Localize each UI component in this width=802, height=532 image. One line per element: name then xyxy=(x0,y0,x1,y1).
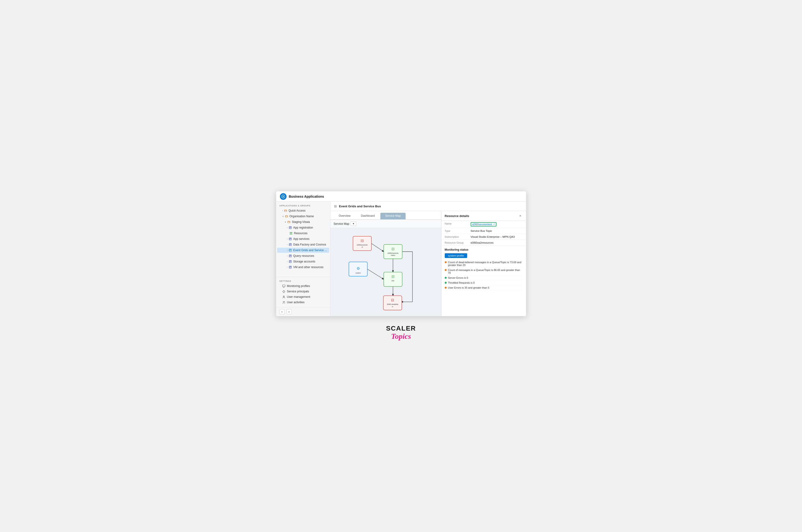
app-icon xyxy=(289,249,292,252)
svg-text:test: test xyxy=(391,280,394,282)
collapse-right-btn[interactable]: » xyxy=(287,309,292,314)
watermark-scaler: SCALER xyxy=(386,325,416,332)
field-value-subscription: Visual Studio Enterprise – MPN QA3 xyxy=(468,234,526,240)
content-title: Event Grids and Service Bus xyxy=(339,205,381,208)
sidebar-item-label: Query resources xyxy=(293,254,314,258)
svg-text:⊟: ⊟ xyxy=(391,247,394,251)
chevron-icon: ∨ xyxy=(285,221,286,223)
sidebar-item-label: App services xyxy=(293,237,310,241)
sidebar-item-data-factory[interactable]: › Data Factory and Cosmos xyxy=(277,242,329,247)
system-profile-tab[interactable]: system profile xyxy=(445,253,468,258)
resource-field-resourcegroup: Resource Group sl360oa2resources xyxy=(441,240,526,246)
content-and-panel: ⊟ Event Grids and Service Bus Overview D… xyxy=(330,202,526,316)
watermark: SCALER Topics xyxy=(386,325,416,340)
folder-icon xyxy=(287,220,291,224)
svg-rect-7 xyxy=(290,232,291,233)
app-title: Business Applications xyxy=(289,195,324,198)
sidebar-item-event-grids[interactable]: › Event Grids and Service ... xyxy=(277,248,329,253)
alert-dot-orange xyxy=(445,287,446,289)
sidebar-item-vm-resources[interactable]: › VM and other resources xyxy=(277,265,329,270)
sidebar-item-label: Storage accounts xyxy=(293,260,315,263)
sidebar-item-quick-access[interactable]: › Quick Access xyxy=(277,208,329,213)
person-icon xyxy=(282,295,286,299)
app-icon xyxy=(289,260,292,263)
chevron-icon: › xyxy=(287,249,288,251)
field-value-type: Service Bus Topic xyxy=(468,228,526,234)
svg-rect-14 xyxy=(289,243,291,246)
sidebar-item-user-management[interactable]: User management xyxy=(277,294,329,300)
svg-rect-29 xyxy=(282,285,285,287)
svg-rect-4 xyxy=(289,226,291,229)
svg-rect-9 xyxy=(290,233,291,234)
sidebar-item-app-services[interactable]: › App services xyxy=(277,236,329,242)
resource-panel-close-btn[interactable]: × xyxy=(518,213,523,218)
field-value-name: sl360sessiontest ↗ xyxy=(468,221,526,228)
svg-text:mains: mains xyxy=(391,255,395,256)
svg-text:⊟: ⊟ xyxy=(361,239,364,243)
alert-dot-green xyxy=(445,282,446,284)
sidebar-item-label: Staging-Viswa xyxy=(292,220,310,224)
collapse-left-btn[interactable]: « xyxy=(279,309,285,314)
sidebar-item-storage-accounts[interactable]: › Storage accounts xyxy=(277,259,329,264)
toolbar-label: Service Map xyxy=(334,222,349,226)
svg-text:⊟: ⊟ xyxy=(391,298,394,302)
app-icon xyxy=(289,254,292,258)
tab-dashboard[interactable]: Dashboard xyxy=(356,213,380,220)
svg-rect-18 xyxy=(290,249,291,250)
sidebar-item-org[interactable]: ∨ Organisation Name xyxy=(277,214,329,219)
svg-text:st: st xyxy=(362,246,363,248)
field-value-resourcegroup: sl360oa2resources xyxy=(468,240,526,246)
sidebar-bottom-controls: « » xyxy=(276,307,330,316)
app-logo xyxy=(280,193,287,200)
sidebar-item-label: Service principals xyxy=(287,290,309,293)
map-area: Overview Dashboard Service Map Service M… xyxy=(330,211,441,316)
external-link-icon: ↗ xyxy=(493,223,495,226)
svg-rect-25 xyxy=(290,262,291,262)
main-layout: APPLICATIONS & GROUPS › Quick Access ∨ O… xyxy=(276,202,526,316)
svg-text:Sl360-deadlette: Sl360-deadlette xyxy=(387,304,398,305)
sidebar-item-user-activities[interactable]: User activities xyxy=(277,300,329,305)
settings-label: SETTINGS xyxy=(276,279,330,283)
svg-text:⚙: ⚙ xyxy=(356,266,360,270)
toolbar-dropdown[interactable]: ▾ xyxy=(351,222,356,226)
svg-rect-16 xyxy=(290,245,291,245)
sidebar-item-label: User management xyxy=(287,295,310,299)
tab-service-map[interactable]: Service Map xyxy=(380,213,406,220)
resource-field-name: Name sl360sessiontest ↗ xyxy=(441,221,526,228)
svg-rect-5 xyxy=(290,227,291,227)
svg-rect-48 xyxy=(384,272,402,286)
monitoring-status-title: Monitoring status xyxy=(445,248,523,251)
folder-icon xyxy=(284,209,287,212)
sidebar-item-app-registration[interactable]: › App registration xyxy=(277,225,329,230)
svg-line-34 xyxy=(367,269,384,279)
sidebar: APPLICATIONS & GROUPS › Quick Access ∨ O… xyxy=(276,202,330,316)
svg-rect-26 xyxy=(289,266,291,268)
app-icon xyxy=(289,243,292,246)
field-key-type: Type xyxy=(441,228,468,234)
content-header-icon: ⊟ xyxy=(334,205,337,208)
svg-rect-1 xyxy=(285,210,287,212)
people-icon xyxy=(282,301,286,304)
field-key-subscription: Subscription xyxy=(441,234,468,240)
svg-rect-3 xyxy=(288,221,290,223)
sidebar-item-query-resources[interactable]: › Query resources xyxy=(277,253,329,259)
content-header: ⊟ Event Grids and Service Bus xyxy=(330,202,526,211)
service-map-canvas[interactable]: ⊟ sl360sessionte st ⊟ sl360check1do main… xyxy=(330,228,441,316)
resource-name-link[interactable]: sl360sessiontest ↗ xyxy=(471,222,496,226)
svg-rect-10 xyxy=(291,233,292,234)
main-content: Overview Dashboard Service Map Service M… xyxy=(330,211,526,316)
tabs-bar: Overview Dashboard Service Map xyxy=(330,211,441,220)
resource-details-table: Name sl360sessiontest ↗ Type Service Bus… xyxy=(441,221,526,246)
sidebar-item-resources[interactable]: Resources xyxy=(277,231,329,236)
svg-rect-41 xyxy=(384,245,402,259)
field-key-name: Name xyxy=(441,221,468,228)
svg-text:sl360check1do: sl360check1do xyxy=(387,252,398,254)
sidebar-item-staging[interactable]: ∨ Staging-Viswa xyxy=(277,220,329,225)
alert-item-1: Count of dead-lettered messages in a Que… xyxy=(445,260,523,268)
sidebar-item-monitoring-profiles[interactable]: Monitoring profiles xyxy=(277,283,329,289)
app-container: Business Applications APPLICATIONS & GRO… xyxy=(276,191,526,316)
sidebar-item-service-principals[interactable]: Service principals xyxy=(277,289,329,294)
diamond-icon xyxy=(282,290,286,293)
svg-rect-13 xyxy=(290,239,291,240)
tab-overview[interactable]: Overview xyxy=(334,213,356,220)
